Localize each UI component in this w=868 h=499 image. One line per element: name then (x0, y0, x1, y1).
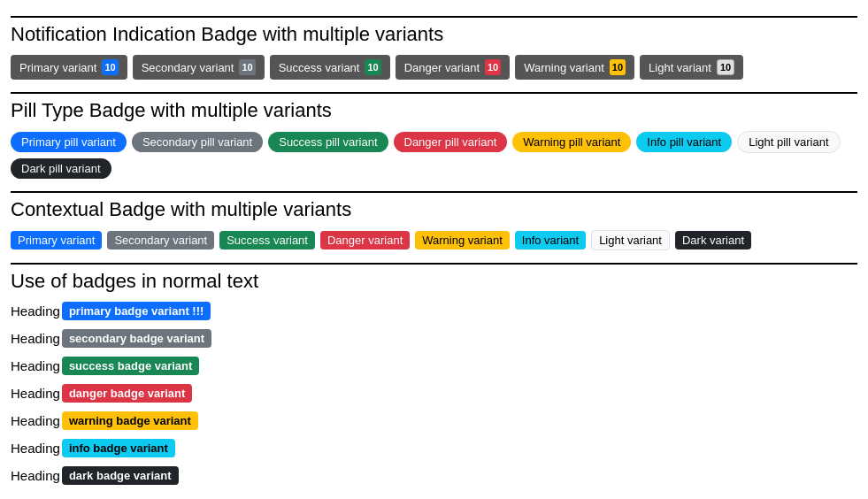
notif-label: Primary variant (19, 61, 96, 74)
ctx-badge-secondary: Secondary variant (107, 231, 214, 250)
notif-label: Secondary variant (142, 61, 234, 74)
notif-label: Success variant (279, 61, 360, 74)
notif-badge-success: Success variant10 (270, 55, 390, 80)
inline-row-secondary: Headingsecondary badge variant (11, 329, 857, 348)
notif-label: Warning variant (524, 61, 604, 74)
notif-count: 10 (610, 59, 626, 75)
inline-badge-info: info badge variant (62, 439, 175, 457)
heading-label: Heading (11, 441, 60, 456)
inline-row-success: Headingsuccess badge variant (11, 357, 857, 375)
ctx-badge-warning: Warning variant (415, 231, 510, 250)
heading-label: Heading (11, 331, 60, 346)
ctx-badge-dark: Dark variant (675, 231, 751, 250)
notif-badge-warning: Warning variant10 (515, 55, 634, 80)
section4-title: Use of badges in normal text (11, 263, 857, 293)
section2-title: Pill Type Badge with multiple variants (11, 92, 857, 122)
heading-label: Heading (11, 303, 60, 319)
pill-badge-success: Success pill variant (268, 132, 388, 152)
ctx-badge-danger: Danger variant (320, 231, 410, 250)
notif-count: 10 (717, 59, 734, 75)
pill-badge-light: Light pill variant (737, 131, 840, 153)
pill-badge-warning: Warning pill variant (512, 132, 631, 152)
heading-label: Heading (11, 358, 60, 373)
pill-badge-info: Info pill variant (636, 132, 732, 152)
notif-badge-danger: Danger variant10 (396, 55, 511, 80)
notif-label: Danger variant (404, 61, 480, 74)
notif-count: 10 (239, 59, 255, 75)
pill-badge-secondary: Secondary pill variant (132, 132, 263, 152)
ctx-badge-row: Primary variantSecondary variantSuccess … (11, 230, 857, 250)
ctx-badge-success: Success variant (219, 231, 315, 250)
heading-label: Heading (11, 468, 60, 483)
inline-badge-danger: danger badge variant (62, 384, 192, 403)
inline-row-primary: Headingprimary badge variant !!! (11, 302, 857, 320)
notif-badge-secondary: Secondary variant10 (133, 55, 265, 80)
section1-title: Notification Indication Badge with multi… (11, 16, 857, 46)
pill-badge-dark: Dark pill variant (11, 158, 111, 179)
section3-title: Contextual Badge with multiple variants (11, 191, 857, 221)
inline-row-info: Headinginfo badge variant (11, 439, 857, 457)
notif-badge-primary: Primary variant10 (11, 55, 127, 80)
ctx-badge-info: Info variant (515, 231, 586, 250)
inline-row-danger: Headingdanger badge variant (11, 384, 857, 403)
ctx-badge-light: Light variant (591, 230, 670, 250)
inline-row-dark: Headingdark badge variant (11, 466, 857, 485)
notif-badge-light: Light variant10 (640, 55, 743, 80)
inline-badge-dark: dark badge variant (62, 466, 179, 485)
heading-label: Heading (11, 386, 60, 401)
pill-badge-row: Primary pill variantSecondary pill varia… (11, 131, 857, 179)
notif-count: 10 (485, 59, 501, 75)
inline-badge-success: success badge variant (62, 357, 199, 375)
heading-label: Heading (11, 413, 60, 428)
ctx-badge-primary: Primary variant (11, 231, 102, 250)
inline-badge-warning: warning badge variant (62, 411, 198, 430)
notif-count: 10 (102, 59, 118, 75)
notif-count: 10 (365, 59, 380, 75)
notif-label: Light variant (649, 61, 711, 74)
inline-badge-primary: primary badge variant !!! (62, 302, 211, 320)
pill-badge-danger: Danger pill variant (394, 132, 508, 152)
inline-row-warning: Headingwarning badge variant (11, 411, 857, 430)
inline-badge-secondary: secondary badge variant (62, 329, 211, 348)
pill-badge-primary: Primary pill variant (11, 132, 127, 152)
notif-badge-row: Primary variant10Secondary variant10Succ… (11, 55, 857, 80)
